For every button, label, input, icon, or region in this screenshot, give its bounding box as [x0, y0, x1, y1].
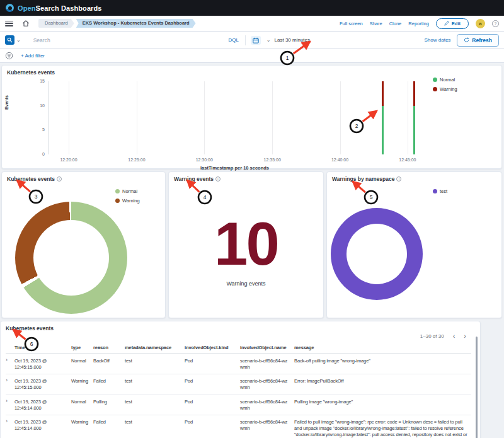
- table-scrollbar[interactable]: [476, 337, 478, 438]
- expand-row-icon[interactable]: ›: [6, 354, 14, 368]
- filter-settings-icon[interactable]: [5, 52, 13, 60]
- chevron-down-icon[interactable]: ⌄: [266, 37, 271, 43]
- cell-time: Oct 19, 2023 @ 12:45:14.000: [14, 395, 71, 415]
- legend-item-warning[interactable]: Warning: [115, 198, 140, 204]
- panel-title: Warnings by namespace: [332, 176, 394, 182]
- y-tick: 10: [30, 103, 45, 108]
- refresh-button[interactable]: Refresh: [457, 34, 499, 47]
- expand-row-icon[interactable]: ›: [6, 415, 14, 429]
- cell-namespace: test: [125, 395, 185, 409]
- cell-namespace: test: [125, 415, 185, 429]
- x-axis-label: lastTimestamp per 10 seconds: [48, 165, 421, 171]
- legend-label: Normal: [440, 77, 455, 83]
- legend-dot: [433, 78, 437, 82]
- panel-kubernetes-events-table: Kubernetes events 1–30 of 30 ‹ › Time ▼t…: [0, 321, 481, 438]
- gridline: [69, 81, 69, 154]
- legend-item-normal[interactable]: Normal: [115, 188, 140, 194]
- namespace-donut-chart[interactable]: [331, 208, 423, 300]
- divider: [245, 35, 246, 45]
- add-filter-button[interactable]: + Add filter: [21, 53, 45, 59]
- column-header-reason[interactable]: reason: [93, 342, 125, 354]
- legend-item-normal[interactable]: Normal: [433, 77, 457, 83]
- panel-warnings-by-namespace: Warnings by namespace test: [326, 171, 502, 318]
- breadcrumb-dashboard[interactable]: Dashboard: [38, 19, 74, 28]
- bar-warning[interactable]: [413, 81, 415, 106]
- histogram-plot: 05101512:20:0012:25:0012:30:0012:35:0012…: [48, 81, 421, 154]
- y-tick: 0: [30, 152, 45, 156]
- nav-link-full-screen[interactable]: Full screen: [340, 21, 363, 26]
- column-header-message[interactable]: message: [294, 342, 471, 354]
- gridline: [340, 81, 341, 154]
- breadcrumb-eks-workshop-kubernetes-events-dashboard[interactable]: EKS Workshop - Kubernetes Events Dashboa…: [76, 19, 196, 28]
- histogram-legend: NormalWarning: [433, 77, 457, 92]
- x-tick: 12:40:00: [331, 158, 348, 162]
- column-header-metadata-namespace[interactable]: metadata.namespace: [125, 342, 185, 354]
- panel-kubernetes-events-donut: Kubernetes events NormalWarning: [1, 171, 166, 318]
- info-icon[interactable]: [215, 176, 220, 182]
- legend-item-test[interactable]: test: [433, 188, 447, 194]
- events-donut-legend: NormalWarning: [115, 188, 140, 204]
- cell-message: Failed to pull image "wrong-image": rpc …: [294, 415, 471, 438]
- refresh-icon: [464, 37, 469, 43]
- show-dates-link[interactable]: Show dates: [425, 37, 451, 43]
- menu-icon[interactable]: [5, 21, 13, 26]
- legend-item-warning[interactable]: Warning: [433, 86, 457, 92]
- chevron-down-icon[interactable]: ⌄: [16, 37, 21, 43]
- column-header-type[interactable]: type: [71, 342, 93, 354]
- date-picker-button[interactable]: [251, 36, 261, 45]
- app-header: OpenSearch Dashboards: [0, 0, 504, 16]
- nav-link-reporting[interactable]: Reporting: [408, 21, 429, 26]
- cell-message: Error: ImagePullBackOff: [294, 374, 471, 388]
- avatar[interactable]: a: [476, 19, 485, 28]
- edit-button[interactable]: Edit: [436, 18, 469, 29]
- cell-reason: BackOff: [93, 354, 125, 368]
- panel-title: Kubernetes events: [7, 69, 55, 76]
- info-icon[interactable]: [57, 176, 62, 182]
- legend-dot: [115, 199, 120, 203]
- breadcrumb: DashboardEKS Workshop - Kubernetes Event…: [38, 19, 196, 28]
- nav-link-clone[interactable]: Clone: [389, 21, 402, 26]
- saved-queries-icon[interactable]: [5, 35, 14, 45]
- query-bar: ⌄ DQL ⌄ Last 30 minutes Show dates Refre…: [0, 32, 504, 49]
- column-header-involvedobject-kind[interactable]: involvedObject.kind: [185, 342, 240, 354]
- x-tick: 12:30:00: [196, 158, 213, 162]
- table-row: ›Oct 19, 2023 @ 12:45:15.000WarningFaile…: [6, 374, 471, 395]
- search-input[interactable]: [33, 37, 222, 43]
- next-page-icon[interactable]: ›: [464, 333, 466, 339]
- expander-spacer: [6, 342, 14, 347]
- time-range-value[interactable]: Last 30 minutes: [275, 37, 350, 43]
- info-icon[interactable]: [396, 176, 401, 182]
- home-icon[interactable]: [22, 20, 30, 27]
- dql-button[interactable]: DQL: [228, 37, 238, 43]
- events-donut-chart[interactable]: [15, 202, 127, 314]
- nav-link-share[interactable]: Share: [370, 21, 382, 26]
- bar-warning[interactable]: [382, 81, 384, 106]
- app-title: OpenSearch Dashboards: [18, 4, 102, 12]
- cell-reason: Pulling: [93, 395, 125, 409]
- cell-type: Warning: [71, 415, 93, 429]
- donut-hole: [346, 224, 407, 284]
- panel-warning-events-metric: Warning events 10 Warning events: [168, 171, 324, 318]
- expand-row-icon[interactable]: ›: [6, 395, 14, 409]
- cell-time: Oct 19, 2023 @ 12:45:15.000: [14, 374, 71, 395]
- prev-page-icon[interactable]: ‹: [453, 333, 455, 339]
- metric-caption: Warning events: [169, 280, 323, 287]
- cell-name: scenario-b-cff56c84-wzwmh: [240, 415, 294, 435]
- expand-row-icon[interactable]: ›: [6, 374, 14, 388]
- legend-dot: [115, 189, 120, 193]
- opensearch-logo-icon: [6, 4, 14, 12]
- help-icon[interactable]: ?: [492, 20, 499, 27]
- bar-normal[interactable]: [413, 106, 415, 154]
- donut-hole: [33, 220, 109, 296]
- column-header-involvedobject-name[interactable]: involvedObject.name: [240, 342, 294, 354]
- table-row: ›Oct 19, 2023 @ 12:45:15.000NormalBackOf…: [6, 354, 471, 375]
- cell-kind: Pod: [185, 374, 240, 388]
- calendar-icon: [253, 37, 259, 43]
- cell-type: Normal: [71, 354, 93, 368]
- cell-time: Oct 19, 2023 @ 12:45:15.000: [14, 354, 71, 374]
- legend-label: Warning: [122, 198, 140, 204]
- bar-normal[interactable]: [382, 106, 384, 154]
- column-header-time[interactable]: Time ▼: [14, 342, 71, 354]
- sort-desc-icon[interactable]: ▼: [25, 346, 30, 350]
- cell-reason: Failed: [93, 415, 125, 429]
